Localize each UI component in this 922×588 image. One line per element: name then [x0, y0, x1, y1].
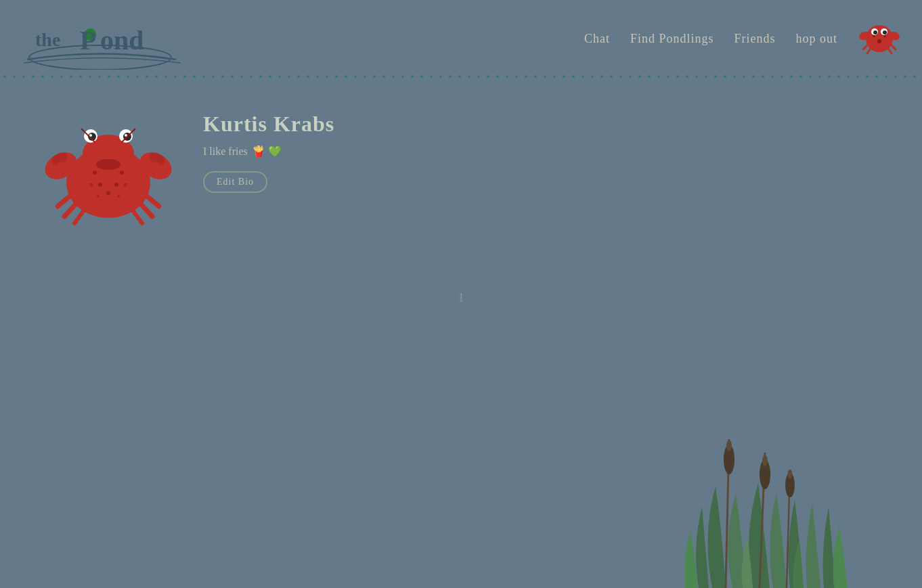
logo: the P ond	[20, 9, 183, 70]
bio-text: I like fries	[203, 145, 248, 158]
svg-point-11	[873, 30, 877, 35]
svg-text:P: P	[80, 25, 96, 55]
svg-point-27	[106, 191, 110, 195]
cattails-decoration	[685, 426, 854, 588]
logo-area: the P ond	[20, 9, 183, 70]
svg-point-20	[93, 171, 97, 175]
svg-point-60	[788, 470, 793, 479]
nav-find-pondlings[interactable]: Find Pondlings	[630, 32, 714, 46]
svg-point-12	[883, 30, 887, 35]
svg-point-8	[877, 39, 881, 43]
svg-point-23	[98, 183, 102, 187]
profile-name: Kurtis Krabs	[203, 112, 334, 137]
main-nav: Chat Find Pondlings Friends hop out	[584, 17, 902, 61]
page-number: 1	[458, 291, 464, 305]
user-avatar-header[interactable]	[858, 17, 902, 61]
svg-point-54	[726, 440, 732, 451]
svg-point-51	[96, 159, 120, 170]
cattails-svg	[685, 426, 854, 588]
svg-text:the: the	[35, 29, 60, 50]
main-content: Kurtis Krabs I like fries 🍟 💚 Edit Bio	[0, 78, 922, 267]
header: the P ond Chat Find Pondlings Friends ho…	[0, 0, 922, 78]
nav-hop-out[interactable]: hop out	[795, 32, 837, 46]
profile-avatar	[41, 105, 176, 240]
profile-crab-image	[41, 105, 176, 240]
svg-text:ond: ond	[100, 25, 144, 55]
svg-point-24	[114, 183, 118, 187]
svg-point-57	[762, 455, 768, 466]
nav-friends[interactable]: Friends	[734, 32, 775, 46]
header-crab-icon	[858, 17, 902, 61]
nav-chat[interactable]: Chat	[584, 32, 610, 46]
svg-point-28	[97, 195, 100, 198]
bio-emojis: 🍟 💚	[252, 145, 282, 158]
svg-point-22	[120, 171, 124, 175]
edit-bio-button[interactable]: Edit Bio	[203, 171, 267, 193]
svg-point-26	[124, 183, 127, 187]
svg-point-29	[117, 195, 120, 198]
svg-point-25	[90, 183, 93, 187]
profile-bio: I like fries 🍟 💚	[203, 145, 334, 158]
profile-info: Kurtis Krabs I like fries 🍟 💚 Edit Bio	[203, 105, 334, 193]
